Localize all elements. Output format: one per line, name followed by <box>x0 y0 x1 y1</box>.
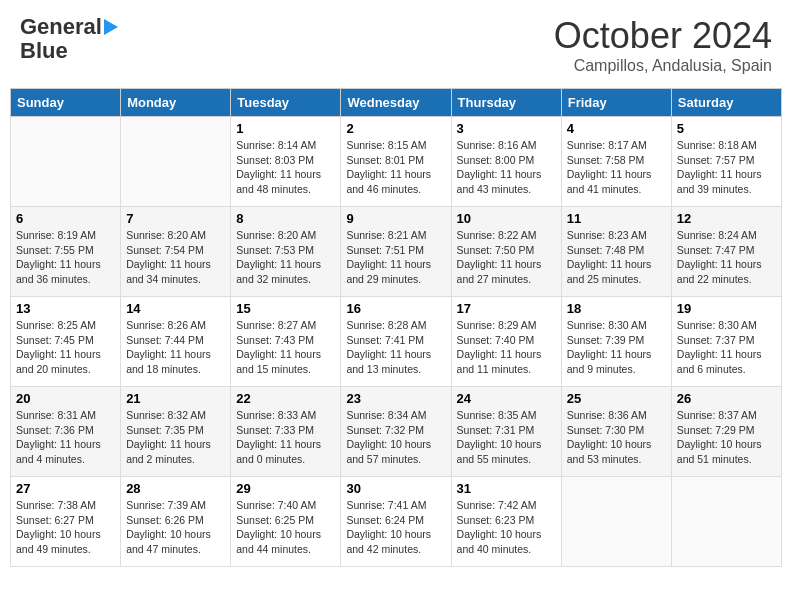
day-number: 14 <box>126 301 225 316</box>
weekday-sunday: Sunday <box>11 89 121 117</box>
calendar-week-row: 1Sunrise: 8:14 AMSunset: 8:03 PMDaylight… <box>11 117 782 207</box>
calendar-cell: 29Sunrise: 7:40 AMSunset: 6:25 PMDayligh… <box>231 477 341 567</box>
calendar-cell: 15Sunrise: 8:27 AMSunset: 7:43 PMDayligh… <box>231 297 341 387</box>
day-number: 26 <box>677 391 776 406</box>
calendar-cell: 21Sunrise: 8:32 AMSunset: 7:35 PMDayligh… <box>121 387 231 477</box>
calendar-table: SundayMondayTuesdayWednesdayThursdayFrid… <box>10 88 782 567</box>
calendar-cell: 6Sunrise: 8:19 AMSunset: 7:55 PMDaylight… <box>11 207 121 297</box>
day-number: 8 <box>236 211 335 226</box>
day-number: 27 <box>16 481 115 496</box>
weekday-monday: Monday <box>121 89 231 117</box>
calendar-cell: 26Sunrise: 8:37 AMSunset: 7:29 PMDayligh… <box>671 387 781 477</box>
day-number: 6 <box>16 211 115 226</box>
calendar-week-row: 6Sunrise: 8:19 AMSunset: 7:55 PMDaylight… <box>11 207 782 297</box>
calendar-cell: 19Sunrise: 8:30 AMSunset: 7:37 PMDayligh… <box>671 297 781 387</box>
calendar-cell: 17Sunrise: 8:29 AMSunset: 7:40 PMDayligh… <box>451 297 561 387</box>
day-info: Sunrise: 8:15 AMSunset: 8:01 PMDaylight:… <box>346 138 445 197</box>
calendar-cell: 20Sunrise: 8:31 AMSunset: 7:36 PMDayligh… <box>11 387 121 477</box>
calendar-week-row: 27Sunrise: 7:38 AMSunset: 6:27 PMDayligh… <box>11 477 782 567</box>
day-info: Sunrise: 8:32 AMSunset: 7:35 PMDaylight:… <box>126 408 225 467</box>
day-info: Sunrise: 8:16 AMSunset: 8:00 PMDaylight:… <box>457 138 556 197</box>
day-number: 3 <box>457 121 556 136</box>
day-number: 21 <box>126 391 225 406</box>
weekday-saturday: Saturday <box>671 89 781 117</box>
day-number: 20 <box>16 391 115 406</box>
day-number: 16 <box>346 301 445 316</box>
calendar-cell: 7Sunrise: 8:20 AMSunset: 7:54 PMDaylight… <box>121 207 231 297</box>
day-info: Sunrise: 8:33 AMSunset: 7:33 PMDaylight:… <box>236 408 335 467</box>
logo-text-general: General <box>20 15 102 39</box>
calendar-cell: 8Sunrise: 8:20 AMSunset: 7:53 PMDaylight… <box>231 207 341 297</box>
weekday-thursday: Thursday <box>451 89 561 117</box>
calendar-cell: 5Sunrise: 8:18 AMSunset: 7:57 PMDaylight… <box>671 117 781 207</box>
day-number: 31 <box>457 481 556 496</box>
calendar-cell: 13Sunrise: 8:25 AMSunset: 7:45 PMDayligh… <box>11 297 121 387</box>
day-info: Sunrise: 7:39 AMSunset: 6:26 PMDaylight:… <box>126 498 225 557</box>
day-info: Sunrise: 8:36 AMSunset: 7:30 PMDaylight:… <box>567 408 666 467</box>
calendar-cell: 1Sunrise: 8:14 AMSunset: 8:03 PMDaylight… <box>231 117 341 207</box>
day-number: 11 <box>567 211 666 226</box>
day-info: Sunrise: 8:23 AMSunset: 7:48 PMDaylight:… <box>567 228 666 287</box>
day-info: Sunrise: 8:20 AMSunset: 7:54 PMDaylight:… <box>126 228 225 287</box>
calendar-cell: 11Sunrise: 8:23 AMSunset: 7:48 PMDayligh… <box>561 207 671 297</box>
day-number: 15 <box>236 301 335 316</box>
calendar-cell: 28Sunrise: 7:39 AMSunset: 6:26 PMDayligh… <box>121 477 231 567</box>
day-number: 19 <box>677 301 776 316</box>
day-info: Sunrise: 8:20 AMSunset: 7:53 PMDaylight:… <box>236 228 335 287</box>
month-title: October 2024 <box>554 15 772 57</box>
location-title: Campillos, Andalusia, Spain <box>554 57 772 75</box>
day-number: 23 <box>346 391 445 406</box>
day-info: Sunrise: 7:41 AMSunset: 6:24 PMDaylight:… <box>346 498 445 557</box>
day-number: 4 <box>567 121 666 136</box>
calendar-cell: 27Sunrise: 7:38 AMSunset: 6:27 PMDayligh… <box>11 477 121 567</box>
day-number: 1 <box>236 121 335 136</box>
calendar-cell <box>561 477 671 567</box>
day-info: Sunrise: 8:29 AMSunset: 7:40 PMDaylight:… <box>457 318 556 377</box>
day-number: 25 <box>567 391 666 406</box>
calendar-week-row: 20Sunrise: 8:31 AMSunset: 7:36 PMDayligh… <box>11 387 782 477</box>
calendar-cell <box>671 477 781 567</box>
day-info: Sunrise: 8:35 AMSunset: 7:31 PMDaylight:… <box>457 408 556 467</box>
day-info: Sunrise: 8:18 AMSunset: 7:57 PMDaylight:… <box>677 138 776 197</box>
calendar-cell: 16Sunrise: 8:28 AMSunset: 7:41 PMDayligh… <box>341 297 451 387</box>
day-number: 10 <box>457 211 556 226</box>
day-info: Sunrise: 8:14 AMSunset: 8:03 PMDaylight:… <box>236 138 335 197</box>
calendar-cell: 3Sunrise: 8:16 AMSunset: 8:00 PMDaylight… <box>451 117 561 207</box>
day-info: Sunrise: 8:30 AMSunset: 7:37 PMDaylight:… <box>677 318 776 377</box>
day-info: Sunrise: 8:31 AMSunset: 7:36 PMDaylight:… <box>16 408 115 467</box>
day-number: 12 <box>677 211 776 226</box>
day-number: 9 <box>346 211 445 226</box>
calendar-cell: 22Sunrise: 8:33 AMSunset: 7:33 PMDayligh… <box>231 387 341 477</box>
calendar-cell: 10Sunrise: 8:22 AMSunset: 7:50 PMDayligh… <box>451 207 561 297</box>
day-info: Sunrise: 8:17 AMSunset: 7:58 PMDaylight:… <box>567 138 666 197</box>
day-info: Sunrise: 8:24 AMSunset: 7:47 PMDaylight:… <box>677 228 776 287</box>
calendar-cell: 31Sunrise: 7:42 AMSunset: 6:23 PMDayligh… <box>451 477 561 567</box>
calendar-cell: 4Sunrise: 8:17 AMSunset: 7:58 PMDaylight… <box>561 117 671 207</box>
day-info: Sunrise: 8:28 AMSunset: 7:41 PMDaylight:… <box>346 318 445 377</box>
day-number: 30 <box>346 481 445 496</box>
calendar-cell: 2Sunrise: 8:15 AMSunset: 8:01 PMDaylight… <box>341 117 451 207</box>
calendar-cell: 25Sunrise: 8:36 AMSunset: 7:30 PMDayligh… <box>561 387 671 477</box>
day-number: 29 <box>236 481 335 496</box>
weekday-tuesday: Tuesday <box>231 89 341 117</box>
day-info: Sunrise: 8:30 AMSunset: 7:39 PMDaylight:… <box>567 318 666 377</box>
day-number: 17 <box>457 301 556 316</box>
day-info: Sunrise: 8:34 AMSunset: 7:32 PMDaylight:… <box>346 408 445 467</box>
day-number: 13 <box>16 301 115 316</box>
day-info: Sunrise: 7:40 AMSunset: 6:25 PMDaylight:… <box>236 498 335 557</box>
day-number: 28 <box>126 481 225 496</box>
page-header: General Blue October 2024 Campillos, And… <box>10 10 782 80</box>
day-number: 18 <box>567 301 666 316</box>
day-number: 24 <box>457 391 556 406</box>
day-info: Sunrise: 8:22 AMSunset: 7:50 PMDaylight:… <box>457 228 556 287</box>
weekday-friday: Friday <box>561 89 671 117</box>
calendar-cell: 9Sunrise: 8:21 AMSunset: 7:51 PMDaylight… <box>341 207 451 297</box>
calendar-week-row: 13Sunrise: 8:25 AMSunset: 7:45 PMDayligh… <box>11 297 782 387</box>
calendar-cell: 30Sunrise: 7:41 AMSunset: 6:24 PMDayligh… <box>341 477 451 567</box>
day-info: Sunrise: 8:19 AMSunset: 7:55 PMDaylight:… <box>16 228 115 287</box>
day-info: Sunrise: 7:38 AMSunset: 6:27 PMDaylight:… <box>16 498 115 557</box>
calendar-cell: 12Sunrise: 8:24 AMSunset: 7:47 PMDayligh… <box>671 207 781 297</box>
calendar-cell <box>121 117 231 207</box>
calendar-cell: 23Sunrise: 8:34 AMSunset: 7:32 PMDayligh… <box>341 387 451 477</box>
day-info: Sunrise: 8:21 AMSunset: 7:51 PMDaylight:… <box>346 228 445 287</box>
